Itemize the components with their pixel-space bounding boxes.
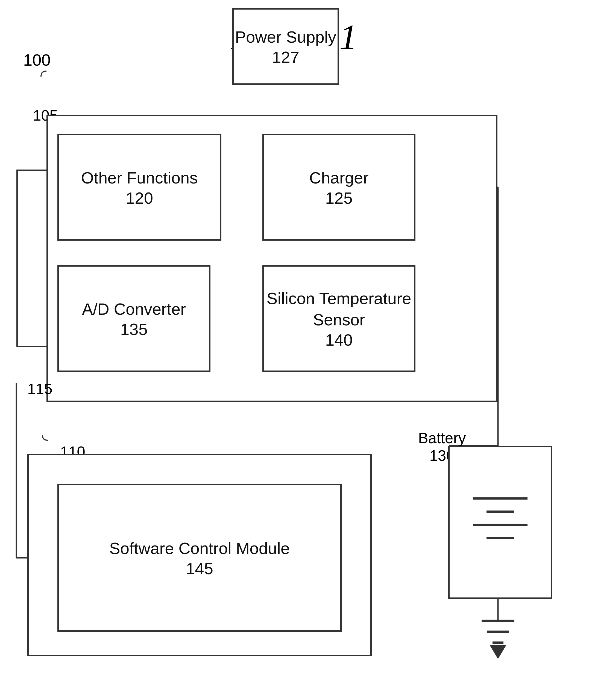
silicon-temp-box: Silicon Temperature Sensor 140 [262, 265, 415, 372]
battery-line-3 [473, 524, 528, 526]
software-control-name: Software Control Module [109, 538, 290, 559]
ad-converter-number: 135 [120, 320, 148, 339]
power-supply-number: 127 [272, 48, 299, 67]
software-control-number: 145 [186, 559, 213, 578]
charger-number: 125 [325, 189, 353, 207]
other-functions-box: Other Functions 120 [57, 134, 221, 240]
label-100: 100 [23, 50, 50, 69]
svg-marker-14 [490, 645, 506, 659]
battery-line-1 [473, 497, 528, 500]
charger-name: Charger [310, 167, 369, 189]
silicon-temp-number: 140 [325, 331, 353, 349]
battery-line-2 [486, 511, 514, 513]
software-inner-box: Software Control Module 145 [57, 484, 342, 632]
ad-converter-name: A/D Converter [82, 299, 186, 320]
ad-converter-box: A/D Converter 135 [57, 265, 210, 372]
other-functions-number: 120 [126, 189, 153, 207]
silicon-temp-name: Silicon Temperature Sensor [264, 288, 414, 331]
power-supply-box: Power Supply 127 [232, 8, 339, 85]
label-115: 115 [27, 380, 52, 397]
battery-box [448, 446, 552, 599]
left-connector-box [16, 170, 48, 347]
other-functions-name: Other Functions [81, 167, 198, 189]
battery-line-4 [486, 537, 514, 539]
power-supply-name: Power Supply [235, 26, 336, 48]
charger-box: Charger 125 [262, 134, 415, 240]
